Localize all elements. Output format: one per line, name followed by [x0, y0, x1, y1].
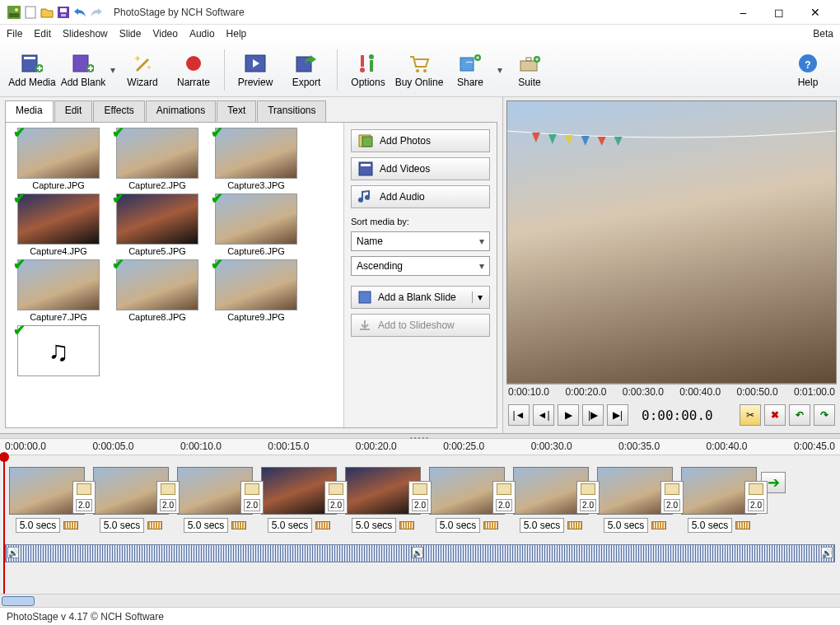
undo-icon[interactable] — [72, 5, 87, 20]
speaker-icon[interactable]: 🔊 — [7, 547, 19, 558]
menu-video[interactable]: Video — [152, 28, 177, 40]
transition-duration[interactable]: 2.0 — [748, 499, 764, 511]
media-thumbnail-grid[interactable]: ✔Capture.JPG✔Capture2.JPG✔Capture3.JPG✔C… — [6, 123, 343, 427]
clip-duration[interactable]: 5.0 secs — [16, 518, 61, 533]
sort-order-select[interactable]: Ascending▾ — [351, 256, 490, 276]
add-blank-slide-button[interactable]: Add a Blank Slide▾ — [351, 286, 490, 309]
menu-slideshow[interactable]: Slideshow — [63, 28, 108, 40]
clip-duration[interactable]: 5.0 secs — [520, 518, 565, 533]
media-item[interactable]: ✔Capture8.JPG — [110, 259, 205, 322]
preview-time-ruler[interactable]: 0:00:10.0 0:00:20.0 0:00:30.0 0:00:40.0 … — [506, 384, 837, 400]
transition-duration[interactable]: 2.0 — [412, 499, 428, 511]
timeline-ruler[interactable]: 0:00:00.0 0:00:05.0 0:00:10.0 0:00:15.0 … — [0, 439, 840, 455]
transition-marker[interactable]: 2.0 — [576, 481, 600, 514]
add-videos-button[interactable]: Add Videos — [351, 157, 490, 180]
prev-frame-button[interactable]: ◄| — [533, 404, 554, 426]
transition-marker[interactable]: 2.0 — [240, 481, 264, 514]
timeline-scrollbar[interactable] — [0, 594, 840, 607]
clip-grip-icon[interactable] — [147, 521, 162, 529]
tab-effects[interactable]: Effects — [93, 100, 144, 122]
preview-viewport[interactable] — [506, 100, 837, 384]
timeline-clip[interactable]: 2.05.0 secs — [425, 467, 509, 533]
timeline-clip[interactable]: 2.05.0 secs — [341, 467, 425, 533]
tab-media[interactable]: Media — [5, 100, 54, 122]
save-icon[interactable] — [56, 5, 71, 20]
media-item[interactable]: ✔Capture3.JPG — [208, 128, 304, 190]
add-blank-dropdown[interactable]: ▾ — [109, 64, 117, 76]
speaker-icon[interactable]: 🔊 — [412, 547, 423, 558]
tab-text[interactable]: Text — [217, 100, 256, 122]
timeline-clip[interactable]: 2.05.0 secs — [89, 467, 173, 533]
transition-duration[interactable]: 2.0 — [580, 499, 596, 511]
undo-timeline-button[interactable]: ↶ — [789, 404, 810, 426]
timeline-clip[interactable]: 2.05.0 secs — [677, 467, 761, 533]
media-item[interactable]: ✔Capture5.JPG — [110, 194, 205, 256]
transition-marker[interactable]: 2.0 — [660, 481, 684, 514]
suite-button[interactable]: Suite — [504, 45, 555, 95]
clip-grip-icon[interactable] — [735, 521, 750, 529]
clip-duration[interactable]: 5.0 secs — [268, 518, 313, 533]
media-item[interactable]: ✔Capture.JPG — [11, 128, 106, 190]
timeline-clip[interactable]: 2.05.0 secs — [593, 467, 677, 533]
menu-edit[interactable]: Edit — [34, 28, 51, 40]
minimize-button[interactable]: ‒ — [725, 1, 761, 24]
preview-button[interactable]: Preview — [230, 45, 281, 95]
chevron-down-icon[interactable]: ▾ — [472, 292, 483, 303]
go-start-button[interactable]: |◄ — [508, 404, 530, 426]
clip-duration[interactable]: 5.0 secs — [184, 518, 229, 533]
clip-grip-icon[interactable] — [231, 521, 246, 529]
add-audio-button[interactable]: Add Audio — [351, 185, 490, 208]
media-item[interactable]: ✔Capture7.JPG — [11, 259, 106, 322]
transition-duration[interactable]: 2.0 — [328, 499, 344, 511]
clip-grip-icon[interactable] — [483, 521, 498, 529]
transition-marker[interactable]: 2.0 — [744, 481, 768, 514]
new-icon[interactable] — [23, 5, 38, 20]
go-end-button[interactable]: ▶| — [607, 404, 628, 426]
video-track[interactable]: 2.05.0 secs2.05.0 secs2.05.0 secs2.05.0 … — [0, 455, 840, 544]
media-item[interactable]: ✔Capture2.JPG — [110, 128, 205, 190]
add-to-slideshow-button[interactable]: Add to Slideshow — [351, 314, 490, 337]
clip-duration[interactable]: 5.0 secs — [352, 518, 397, 533]
play-button[interactable]: ▶ — [558, 404, 579, 426]
split-button[interactable]: ✂ — [740, 404, 761, 426]
close-button[interactable]: ✕ — [797, 1, 833, 24]
clip-grip-icon[interactable] — [315, 521, 330, 529]
clip-grip-icon[interactable] — [567, 521, 582, 529]
menu-slide[interactable]: Slide — [119, 28, 142, 40]
sort-field-select[interactable]: Name▾ — [351, 231, 490, 251]
clip-grip-icon[interactable] — [399, 521, 414, 529]
open-icon[interactable] — [40, 5, 54, 20]
scrollbar-thumb[interactable] — [2, 596, 35, 606]
maximize-button[interactable]: ◻ — [761, 1, 797, 24]
transition-duration[interactable]: 2.0 — [76, 499, 92, 511]
transition-duration[interactable]: 2.0 — [244, 499, 260, 511]
buy-online-button[interactable]: Buy Online — [394, 45, 445, 95]
next-frame-button[interactable]: |▶ — [582, 404, 604, 426]
redo-icon[interactable] — [89, 5, 104, 20]
transition-marker[interactable]: 2.0 — [492, 481, 516, 514]
redo-timeline-button[interactable]: ↷ — [814, 404, 835, 426]
help-button[interactable]: ?Help — [782, 45, 833, 95]
timeline-clip[interactable]: 2.05.0 secs — [509, 467, 593, 533]
timeline-clip[interactable]: 2.05.0 secs — [5, 467, 89, 533]
timeline-clip[interactable]: 2.05.0 secs — [257, 467, 341, 533]
menu-file[interactable]: File — [7, 28, 22, 40]
transition-marker[interactable]: 2.0 — [156, 481, 180, 514]
media-item[interactable]: ✔Capture9.JPG — [208, 259, 304, 322]
timeline-clip[interactable]: 2.05.0 secs — [173, 467, 257, 533]
speaker-icon[interactable]: 🔊 — [821, 547, 833, 558]
media-item[interactable]: ♫✔ — [11, 325, 106, 378]
wizard-button[interactable]: Wizard — [117, 45, 168, 95]
tab-transitions[interactable]: Transitions — [257, 100, 326, 122]
audio-track[interactable]: 🔊 🔊 🔊 — [5, 544, 835, 562]
add-photos-button[interactable]: Add Photos — [351, 129, 490, 152]
tab-animations[interactable]: Animations — [146, 100, 216, 122]
delete-clip-button[interactable]: ✖ — [764, 404, 786, 426]
transition-duration[interactable]: 2.0 — [664, 499, 680, 511]
clip-duration[interactable]: 5.0 secs — [436, 518, 481, 533]
clip-duration[interactable]: 5.0 secs — [688, 518, 733, 533]
transition-duration[interactable]: 2.0 — [160, 499, 176, 511]
clip-duration[interactable]: 5.0 secs — [604, 518, 649, 533]
narrate-button[interactable]: Narrate — [168, 45, 219, 95]
transition-marker[interactable]: 2.0 — [72, 481, 96, 514]
